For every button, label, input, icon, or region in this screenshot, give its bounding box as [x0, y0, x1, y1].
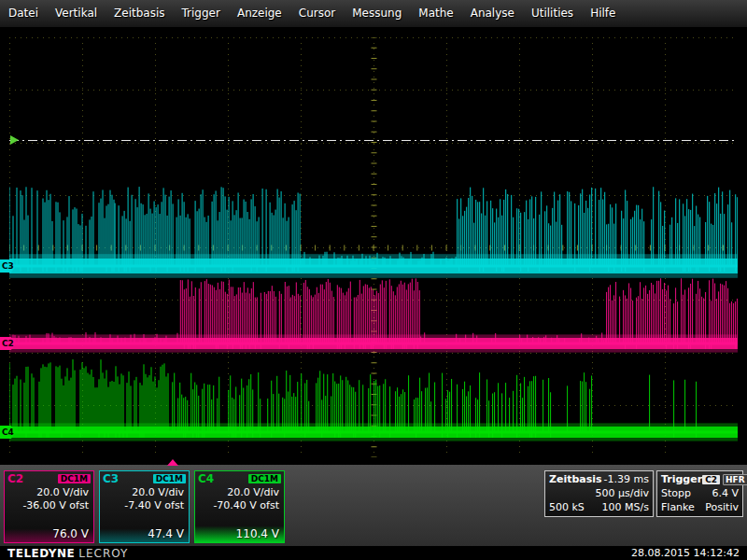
trigger-source-badge: C2: [702, 475, 720, 484]
channel-box-c3[interactable]: C3 DC1M 20.0 V/div -7.40 V ofst 47.4 V: [99, 470, 190, 543]
channel-box-c2[interactable]: C2 DC1M 20.0 V/div -36.00 V ofst 76.0 V: [4, 470, 94, 543]
channel-scale-c2: 20.0 V/div: [5, 486, 93, 499]
channel-label-c3: C3: [103, 472, 119, 485]
trigger-status: Stopp: [661, 487, 691, 499]
channel-value-c3: 47.4 V: [100, 512, 189, 542]
brand-teledyne: TELEDYNE: [7, 547, 75, 560]
menu-item-datei[interactable]: Datei: [0, 0, 47, 27]
channel-label-c4: C4: [198, 472, 214, 485]
menu-item-hilfe[interactable]: Hilfe: [582, 0, 624, 27]
trigger-box[interactable]: Trigger C2 HFR Stopp 6.4 V Flanke Positi…: [656, 470, 743, 517]
timebase-label: Zeitbasis: [549, 473, 602, 485]
channel-value-c4: 110.4 V: [195, 512, 284, 542]
menu-item-mathe[interactable]: Mathe: [410, 0, 461, 27]
brand-lecroy: LECROY: [78, 547, 128, 560]
channel-scale-c4: 20.0 V/div: [195, 486, 284, 499]
channel-label-c2: C2: [7, 472, 23, 485]
menu-item-messung[interactable]: Messung: [344, 0, 410, 27]
channel-scale-c3: 20.0 V/div: [100, 486, 189, 499]
channel-offset-c2: -36.00 V ofst: [5, 499, 93, 512]
menu-item-trigger[interactable]: Trigger: [174, 0, 229, 27]
datetime: 28.08.2015 14:12:42: [631, 547, 740, 559]
timebase-samples: 500 kS: [549, 501, 585, 513]
menu-item-cursor[interactable]: Cursor: [290, 0, 344, 27]
coupling-badge-c3: DC1M: [153, 474, 186, 483]
trigger-level: 6.4 V: [712, 487, 739, 499]
timebase-rate: 100 MS/s: [602, 501, 649, 513]
scope-canvas: [9, 37, 738, 457]
channel-offset-c3: -7.40 V ofst: [100, 499, 189, 512]
trigger-time-marker[interactable]: [167, 459, 178, 466]
coupling-badge-c4: DC1M: [248, 474, 281, 483]
channel-box-c4[interactable]: C4 DC1M 20.0 V/div -70.40 V ofst 110.4 V: [194, 470, 285, 543]
menu-item-analyse[interactable]: Analyse: [462, 0, 523, 27]
timebase-scale: 500 µs/div: [596, 487, 649, 499]
trigger-type: Flanke: [661, 501, 695, 513]
menu-item-anzeige[interactable]: Anzeige: [229, 0, 290, 27]
menu-item-zeitbasis[interactable]: Zeitbasis: [106, 0, 173, 27]
coupling-badge-c2: DC1M: [58, 474, 91, 483]
channel-value-c2: 76.0 V: [5, 512, 93, 542]
menu-item-utilities[interactable]: Utilities: [523, 0, 582, 27]
timebase-delay: -1.39 ms: [604, 473, 649, 485]
channel-offset-c4: -70.40 V ofst: [195, 499, 284, 512]
status-bar: TELEDYNE LECROY 28.08.2015 14:12:42: [0, 546, 747, 560]
trigger-label: Trigger: [661, 473, 702, 485]
menu-item-vertikal[interactable]: Vertikal: [47, 0, 106, 27]
scope-display[interactable]: C3C2C4: [9, 37, 738, 457]
timebase-box[interactable]: Zeitbasis -1.39 ms 500 µs/div 500 kS 100…: [544, 470, 654, 517]
descriptor-panel: C2 DC1M 20.0 V/div -36.00 V ofst 76.0 V …: [0, 465, 747, 546]
menu-bar: Datei Vertikal Zeitbasis Trigger Anzeige…: [0, 0, 747, 28]
trigger-filter-badge: HFR: [723, 474, 747, 485]
trigger-slope: Positiv: [705, 501, 739, 513]
teledyne-lecroy-logo: TELEDYNE LECROY: [7, 547, 128, 560]
